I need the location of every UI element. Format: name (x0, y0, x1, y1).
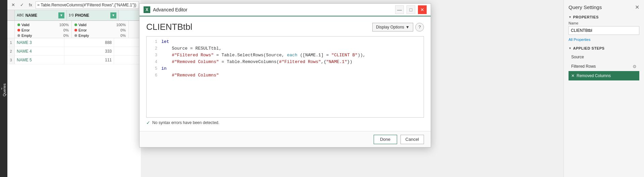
display-options-button[interactable]: Display Options ▼ (372, 23, 413, 32)
empty-dot-phone (74, 34, 77, 37)
code-token: let (161, 39, 169, 44)
query-settings-close-btn[interactable]: ✕ (635, 4, 639, 10)
valid-label-name: Valid (21, 22, 30, 27)
modal-header-row: CLIENTBtbl Display Options ▼ ? (146, 22, 424, 32)
row-num-3: 3 (7, 56, 15, 64)
col-phone-menu[interactable]: ▼ (110, 12, 116, 18)
code-token: "CLIENT B" (331, 53, 358, 58)
table-row: 1 NAME 3 888 (7, 38, 141, 47)
applied-steps-caret-icon: ▼ (569, 47, 572, 50)
error-pct-phone: 0% (120, 27, 126, 33)
step-gear-icon: ⚙ (633, 64, 637, 69)
table-row: 3 NAME 5 111 (7, 56, 141, 64)
line-num-6: 6 (149, 73, 157, 78)
accept-formula-btn[interactable]: ✓ (18, 1, 25, 9)
cancel-button[interactable]: Cancel (400, 135, 424, 144)
status-text: No syntax errors have been detected. (152, 120, 219, 125)
cancel-formula-btn[interactable]: ✕ (9, 1, 17, 9)
code-token: = Table.RemoveColumns( (219, 59, 279, 64)
table-header: ABC NAME ▼ 1²3 PHONE ▼ (7, 10, 141, 21)
cell-phone-1: 888 (64, 38, 114, 47)
properties-label: PROPERTIES (573, 15, 598, 19)
error-dot-name (17, 29, 20, 32)
quality-cell-phone: Valid 100% Error 0% Empty 0% (72, 21, 129, 38)
modal-close-btn[interactable]: ✕ (418, 5, 427, 14)
empty-label-phone: Empty (78, 33, 89, 38)
all-properties-link[interactable]: All Properties (569, 38, 639, 42)
empty-pct-name: 0% (63, 33, 69, 38)
queries-label: Queries (2, 83, 6, 97)
code-token: #"Filtered Rows" (279, 59, 321, 64)
code-editor[interactable]: 1 let 2 Source = RESULTtbl, 3 #"Filtered… (146, 36, 424, 118)
row-num-1: 1 (7, 38, 15, 47)
code-token: #"Removed Columns" (161, 73, 219, 78)
cell-name-3: NAME 5 (15, 56, 64, 64)
modal-title: Advanced Editor (153, 7, 187, 12)
properties-section-title: ▼ PROPERTIES (569, 15, 639, 19)
col-name-label: NAME (25, 13, 37, 18)
code-line-1: 1 let (147, 39, 424, 46)
line-num-5: 5 (149, 66, 157, 71)
modal-maximize-btn[interactable]: □ (407, 5, 415, 14)
code-line-2: 2 Source = RESULTtbl, (147, 46, 424, 53)
display-options-label: Display Options (376, 25, 404, 30)
modal-minimize-btn[interactable]: — (395, 5, 404, 14)
cell-phone-3: 111 (64, 56, 114, 64)
quality-cell-name: Valid 100% Error 0% Empty 0% (15, 21, 72, 38)
code-token: = Table.SelectRows(Source, (214, 53, 287, 58)
modal-app-icon: X (144, 6, 150, 13)
applied-steps-section: ▼ APPLIED STEPS Source Filtered Rows ⚙ ✕… (569, 46, 639, 80)
error-pct-name: 0% (63, 27, 69, 33)
line-num-4: 4 (149, 60, 157, 64)
col-name-menu[interactable]: ▼ (58, 12, 64, 18)
empty-label-name: Empty (21, 33, 32, 38)
code-token: "NAME.1" (326, 59, 347, 64)
valid-pct-phone: 100% (116, 22, 126, 27)
fx-label: fx (27, 1, 34, 9)
code-line-6: 6 #"Removed Columns" (147, 73, 424, 79)
step-removed-columns[interactable]: ✕ Removed Columns (569, 71, 639, 80)
step-source[interactable]: Source (569, 52, 639, 62)
query-settings-header: Query Settings ✕ (569, 4, 639, 10)
valid-pct-name: 100% (59, 22, 69, 27)
query-settings-panel: Query Settings ✕ ▼ PROPERTIES Name All P… (564, 0, 644, 177)
formula-bar: ✕ ✓ fx (7, 0, 141, 10)
valid-dot-phone (74, 23, 77, 26)
query-settings-title: Query Settings (569, 4, 602, 10)
step-filtered-rows[interactable]: Filtered Rows ⚙ (569, 62, 639, 71)
done-button[interactable]: Done (374, 135, 397, 144)
code-token: #"Removed Columns" (161, 59, 219, 64)
row-num-2: 2 (7, 47, 15, 55)
code-token: in (161, 66, 167, 71)
status-check-icon: ✓ (146, 120, 150, 125)
step-removed-columns-label: Removed Columns (577, 73, 611, 78)
name-prop-label: Name (569, 21, 639, 25)
name-prop-input[interactable] (569, 26, 639, 35)
valid-label-phone: Valid (78, 22, 87, 27)
error-dot-phone (74, 29, 77, 32)
table-row: 2 NAME 4 333 (7, 47, 141, 56)
help-button[interactable]: ? (415, 23, 424, 32)
formula-input[interactable] (36, 1, 139, 9)
cell-name-1: NAME 3 (15, 38, 64, 47)
applied-steps-section-title: ▼ APPLIED STEPS (569, 46, 639, 50)
valid-dot-name (17, 23, 20, 26)
name-type-icon: ABC (17, 13, 24, 17)
step-filtered-rows-label: Filtered Rows (571, 64, 596, 69)
modal-footer: Done Cancel (140, 131, 431, 147)
code-token: each (287, 53, 297, 58)
applied-steps-label: APPLIED STEPS (573, 46, 604, 50)
code-token: Source = RESULTtbl, (161, 46, 221, 51)
code-token: ,{ (321, 59, 326, 64)
main-table: ✕ ✓ fx ABC NAME ▼ 1²3 PHONE ▼ Valid 100% (7, 0, 141, 177)
advanced-editor-modal: X Advanced Editor — □ ✕ CLIENTBtbl Displ… (139, 3, 431, 148)
empty-pct-phone: 0% (120, 33, 126, 38)
cell-phone-2: 333 (64, 47, 114, 55)
quality-row: Valid 100% Error 0% Empty 0% Valid 100% (7, 21, 141, 38)
modal-titlebar: X Advanced Editor — □ ✕ (140, 4, 431, 16)
line-num-2: 2 (149, 46, 157, 51)
cell-name-2: NAME 4 (15, 47, 64, 55)
display-options-arrow: ▼ (406, 25, 410, 30)
code-token: ([NAME.1] = (298, 53, 331, 58)
empty-dot-name (17, 34, 20, 37)
